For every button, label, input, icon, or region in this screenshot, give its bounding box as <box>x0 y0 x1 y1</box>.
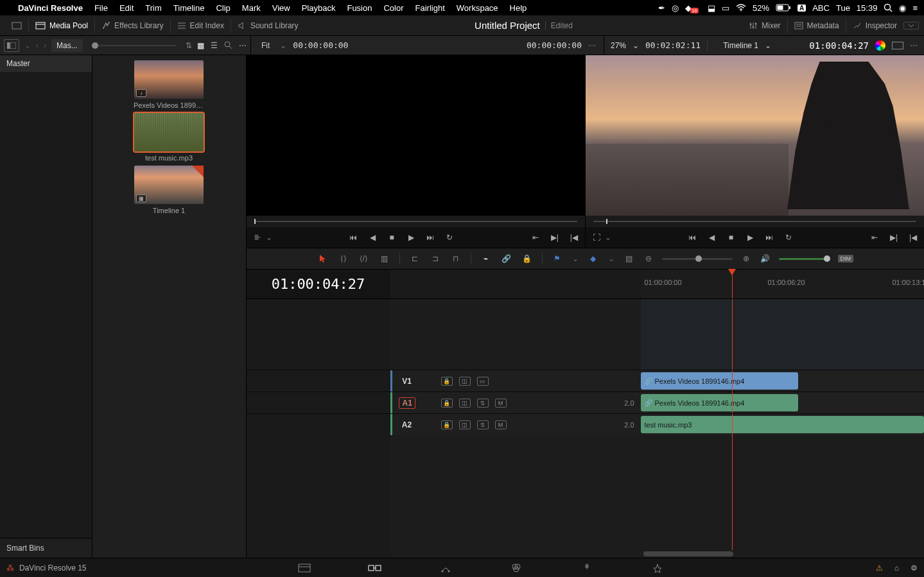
blade-tool-icon[interactable]: ▥ <box>379 253 390 264</box>
play-icon[interactable]: ▶ <box>406 233 415 242</box>
timeline-scrollbar[interactable] <box>643 551 733 556</box>
src-more-icon[interactable]: ⋯ <box>588 41 597 50</box>
lock-icon[interactable]: 🔒 <box>521 253 533 264</box>
track-lane-v1[interactable]: 🔗Pexels Videos 1899146.mp4 <box>641 370 925 392</box>
mute-icon[interactable]: M <box>495 399 507 408</box>
timeline-view-icon[interactable]: ▤ <box>623 253 635 264</box>
chevron-down-icon[interactable]: ⌄ <box>572 254 579 263</box>
timeline-ruler[interactable]: 01:00:00:00 01:00:06:20 01:00:13:10 01:0… <box>641 270 925 299</box>
last-frame-icon[interactable]: ⏭ <box>426 233 435 242</box>
timeline-clip[interactable]: 🔗Pexels Videos 1899146.mp4 <box>641 394 798 411</box>
insert-clip-icon[interactable]: ⊏ <box>409 253 421 264</box>
insert-icon[interactable]: ⇤ <box>531 233 540 242</box>
source-frame[interactable] <box>247 55 585 216</box>
page-media[interactable] <box>295 562 314 574</box>
insert-icon[interactable]: ⇤ <box>870 233 879 242</box>
chevron-down-icon[interactable]: ⌄ <box>765 41 771 50</box>
solo-icon[interactable]: S <box>477 420 489 429</box>
notification-icon[interactable]: ◆16 <box>685 3 701 13</box>
chevron-down-icon[interactable]: ⌄ <box>266 233 272 242</box>
play-reverse-icon[interactable]: ◀ <box>707 233 716 242</box>
menu-extras-icon[interactable]: ≡ <box>912 3 918 13</box>
expand-button[interactable] <box>903 22 919 30</box>
transform-icon[interactable]: ⛶ <box>592 233 601 242</box>
app-name[interactable]: DaVinci Resolve <box>18 3 83 13</box>
chevron-down-icon[interactable]: ⌄ <box>632 41 639 50</box>
replace-icon[interactable]: |◀ <box>909 233 918 242</box>
overwrite-icon[interactable]: ▶| <box>550 233 559 242</box>
auto-select-icon[interactable]: ◫ <box>459 377 471 386</box>
record-scrub[interactable] <box>586 216 924 227</box>
mixer-button[interactable]: Mixer <box>742 19 787 33</box>
grid-view-icon[interactable]: ▦ <box>197 41 204 50</box>
menu-workspace[interactable]: Workspace <box>457 3 498 13</box>
menu-clip[interactable]: Clip <box>216 3 230 13</box>
menu-timeline[interactable]: Timeline <box>173 3 205 13</box>
ime-indicator[interactable]: A <box>798 4 806 12</box>
menu-edit[interactable]: Edit <box>119 3 134 13</box>
menu-view[interactable]: View <box>272 3 290 13</box>
volume-icon[interactable]: 🔊 <box>760 253 771 264</box>
bin-master[interactable]: Master <box>0 55 92 72</box>
thumb-size-slider[interactable] <box>92 45 177 46</box>
overwrite-clip-icon[interactable]: ⊐ <box>430 253 441 264</box>
playhead[interactable] <box>732 270 733 298</box>
track-header-v1[interactable]: V1 🔒 ◫ ▭ <box>390 370 641 392</box>
media-clip[interactable]: ▦ Timeline 1 <box>134 166 204 214</box>
settings-gear-icon[interactable]: ⚙ <box>911 564 918 573</box>
media-clip[interactable]: ♪ Pexels Videos 18991... <box>134 60 204 109</box>
track-header-a1[interactable]: A1 🔒 ◫ S M 2.0 <box>390 392 641 413</box>
single-viewer-icon[interactable] <box>892 42 903 49</box>
metadata-button[interactable]: Metadata <box>788 19 846 33</box>
spotlight-icon[interactable] <box>884 3 893 12</box>
bin-path[interactable]: Mas... <box>51 39 83 52</box>
loop-icon[interactable]: ↻ <box>445 233 454 242</box>
src-zoom-fit[interactable]: Fit <box>257 40 274 51</box>
chevron-down-icon[interactable]: ⌄ <box>24 41 31 50</box>
replace-clip-icon[interactable]: ⊓ <box>450 253 462 264</box>
timeline-clip[interactable]: test music.mp3 <box>641 416 925 433</box>
page-color[interactable] <box>507 562 526 574</box>
more-options-icon[interactable]: ⋯ <box>239 41 247 50</box>
auto-select-icon[interactable]: ◫ <box>459 399 471 408</box>
lock-track-icon[interactable]: 🔒 <box>441 377 453 386</box>
search-icon[interactable] <box>224 41 232 50</box>
effects-library-button[interactable]: Effects Library <box>95 19 170 33</box>
battery-percent[interactable]: 52% <box>753 3 769 13</box>
loop-icon[interactable]: ↻ <box>784 233 793 242</box>
chevron-down-icon[interactable]: ⌄ <box>605 233 611 242</box>
source-scrub[interactable] <box>247 216 585 227</box>
menu-trim[interactable]: Trim <box>145 3 162 13</box>
timeline-clip[interactable]: 🔗Pexels Videos 1899146.mp4 <box>641 372 798 390</box>
cc-icon[interactable]: ◎ <box>672 3 679 13</box>
dynamic-trim-icon[interactable]: ⟨/⟩ <box>358 253 370 264</box>
page-edit[interactable] <box>365 562 385 574</box>
dim-button[interactable]: DIM <box>838 255 854 263</box>
sound-library-button[interactable]: Sound Library <box>231 19 305 33</box>
page-fusion[interactable] <box>436 562 455 574</box>
menu-file[interactable]: File <box>94 3 108 13</box>
battery-icon[interactable] <box>776 4 791 12</box>
first-frame-icon[interactable]: ⏮ <box>349 233 358 242</box>
timeline-name[interactable]: Timeline 1 <box>723 41 758 50</box>
flag-icon[interactable]: ⚑ <box>552 253 563 264</box>
sort-icon[interactable]: ⇅ <box>186 41 192 50</box>
lock-track-icon[interactable]: 🔒 <box>441 399 453 408</box>
last-frame-icon[interactable]: ⏭ <box>765 233 774 242</box>
timeline-timecode-box[interactable]: 01:00:04:27 <box>247 270 390 299</box>
nav-back-icon[interactable]: ‹ <box>36 41 39 50</box>
day-label[interactable]: Tue <box>836 3 850 13</box>
disable-video-icon[interactable]: ▭ <box>477 377 489 386</box>
display-icon[interactable]: ▭ <box>722 3 729 13</box>
track-lane-a2[interactable]: test music.mp3 <box>641 414 925 435</box>
lock-track-icon[interactable]: 🔒 <box>441 420 453 429</box>
volume-slider[interactable] <box>779 258 830 260</box>
warning-icon[interactable]: ⚠ <box>876 564 883 573</box>
inspector-button[interactable]: Inspector <box>846 19 903 33</box>
zoom-out-icon[interactable]: ⊖ <box>643 253 654 264</box>
replace-icon[interactable]: |◀ <box>570 233 579 242</box>
link-icon[interactable]: 🔗 <box>501 253 512 264</box>
track-lane-a1[interactable]: 🔗Pexels Videos 1899146.mp4 <box>641 392 925 413</box>
ime-label[interactable]: ABC <box>812 3 830 13</box>
menu-help[interactable]: Help <box>510 3 527 13</box>
